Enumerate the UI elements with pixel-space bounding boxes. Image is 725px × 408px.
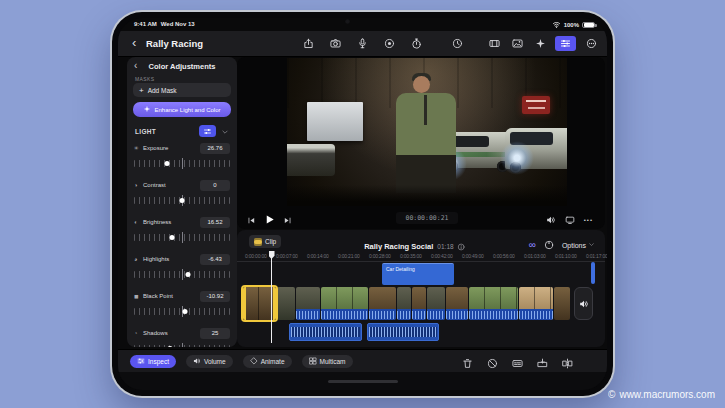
- trash-icon[interactable]: [462, 355, 473, 373]
- connected-audio-clip[interactable]: [289, 323, 362, 341]
- share-icon[interactable]: [301, 36, 317, 51]
- light-enabled-toggle[interactable]: [199, 125, 216, 137]
- timeline-clip[interactable]: [427, 287, 445, 320]
- slider-ruler[interactable]: [134, 308, 230, 315]
- audio-waveform: [291, 327, 360, 337]
- connected-audio-clip[interactable]: [367, 323, 439, 341]
- slider-value[interactable]: 26.76: [200, 143, 230, 154]
- color-adjustments-panel: ‹ Color Adjustments MASKS + Add Mask Enh…: [127, 57, 237, 347]
- timeline-clip[interactable]: [397, 287, 411, 320]
- slider-value[interactable]: 25: [200, 328, 230, 339]
- slider-ruler[interactable]: [134, 271, 230, 278]
- connected-audio-lane: [237, 323, 605, 341]
- slider-ruler[interactable]: [134, 160, 230, 167]
- inspect-button[interactable]: Inspect: [130, 355, 176, 368]
- ruler-tick: 0:01:03:00: [524, 253, 546, 259]
- enhance-label: Enhance Light and Color: [154, 107, 220, 113]
- chevron-down-icon[interactable]: [221, 122, 229, 140]
- history-icon[interactable]: [449, 36, 465, 51]
- timeline-clip[interactable]: [277, 287, 295, 320]
- timeline-ruler[interactable]: 0:00:00:000:00:07:000:00:14:000:00:21:00…: [237, 252, 605, 262]
- split-icon[interactable]: [562, 355, 573, 373]
- loop-icon[interactable]: ∞: [529, 240, 536, 250]
- copyright-icon: ©: [608, 389, 615, 400]
- timer-icon[interactable]: [409, 36, 425, 51]
- clip-browser-button[interactable]: Clip: [249, 235, 281, 248]
- slider-handle[interactable]: [182, 309, 187, 314]
- button-label: Animate: [261, 358, 285, 365]
- slider-value[interactable]: 16.52: [200, 217, 230, 228]
- audio-only-clip[interactable]: [574, 287, 593, 320]
- volume-button[interactable]: Volume: [186, 355, 233, 368]
- disable-icon[interactable]: [487, 355, 498, 373]
- slider-handle[interactable]: [185, 272, 190, 277]
- slider-value[interactable]: -6.43: [200, 254, 230, 265]
- ruler-tick: 0:00:14:00: [307, 253, 329, 259]
- ruler-tick: 0:00:00:00: [245, 253, 267, 259]
- captions-icon[interactable]: [512, 355, 523, 373]
- slider-black-point: ◼Black Point-10.92: [134, 290, 230, 327]
- clip-chip-label: Clip: [265, 238, 276, 245]
- audio-meter-icon[interactable]: [546, 211, 556, 229]
- slider-value[interactable]: -10.92: [200, 291, 230, 302]
- audio-waveform: [469, 309, 518, 320]
- multicam-button[interactable]: Multicam: [302, 355, 353, 368]
- audio-waveform: [427, 309, 445, 320]
- slider-handle[interactable]: [170, 235, 175, 240]
- video-preview[interactable]: [287, 58, 567, 206]
- slider-handle[interactable]: [180, 198, 185, 203]
- enhance-light-color-button[interactable]: Enhance Light and Color: [133, 102, 231, 117]
- mic-icon[interactable]: [355, 36, 371, 51]
- camera-icon[interactable]: [328, 36, 344, 51]
- slider-ruler[interactable]: [134, 345, 230, 347]
- timeline-clip[interactable]: [296, 287, 320, 320]
- options-label: Options: [562, 242, 586, 249]
- timeline-clip[interactable]: [321, 287, 368, 320]
- slider-icon: ◕: [134, 256, 143, 262]
- timeline-scrollbar[interactable]: [591, 262, 595, 284]
- options-button[interactable]: Options: [562, 241, 595, 249]
- speaker-icon: [579, 295, 589, 313]
- playhead[interactable]: [271, 252, 272, 343]
- timeline-clip[interactable]: [519, 287, 553, 320]
- add-mask-button[interactable]: + Add Mask: [133, 83, 231, 97]
- light-section-label: LIGHT: [135, 128, 199, 135]
- ruler-tick: 0:00:28:00: [369, 253, 391, 259]
- timeline-clip[interactable]: [469, 287, 518, 320]
- skip-back-icon[interactable]: [247, 211, 256, 229]
- back-chevron-icon[interactable]: ‹: [132, 35, 136, 51]
- button-label: Inspect: [148, 358, 169, 365]
- inspector-icon[interactable]: [555, 36, 576, 51]
- timecode-display[interactable]: 00:00:00:21: [396, 212, 458, 224]
- slider-ruler[interactable]: [134, 197, 230, 204]
- effects-icon[interactable]: [532, 36, 548, 51]
- slider-handle[interactable]: [164, 161, 169, 166]
- animate-button[interactable]: Animate: [243, 355, 292, 368]
- record-icon[interactable]: [382, 36, 398, 51]
- audio-waveform: [369, 309, 396, 320]
- title-clip[interactable]: Car Detailing: [382, 263, 454, 285]
- slider-ruler[interactable]: [134, 234, 230, 241]
- slider-handle[interactable]: [168, 346, 173, 347]
- bottom-right-icons: [462, 355, 573, 373]
- timeline-clip[interactable]: [369, 287, 396, 320]
- timeline-clip[interactable]: [412, 287, 426, 320]
- more-options-icon[interactable]: •••: [584, 217, 593, 223]
- timeline-clip[interactable]: [446, 287, 468, 320]
- display-icon[interactable]: [565, 211, 575, 229]
- slider-icon: ◼: [134, 293, 143, 299]
- masks-label: MASKS: [135, 76, 155, 82]
- video-floor: [287, 185, 567, 206]
- status-bar: 9:41 AM Wed Nov 13 100%: [118, 18, 607, 31]
- overwrite-icon[interactable]: [537, 355, 548, 373]
- light-section-row: LIGHT: [135, 124, 229, 138]
- settings-icon[interactable]: [583, 36, 599, 51]
- home-indicator[interactable]: [328, 380, 398, 383]
- timeline-clip[interactable]: [554, 287, 570, 320]
- play-button[interactable]: [264, 211, 275, 229]
- filmstrip-icon[interactable]: [486, 36, 502, 51]
- sparkle-icon: [143, 105, 151, 114]
- skip-forward-icon[interactable]: [283, 211, 292, 229]
- photos-icon[interactable]: [509, 36, 525, 51]
- slider-value[interactable]: 0: [200, 180, 230, 191]
